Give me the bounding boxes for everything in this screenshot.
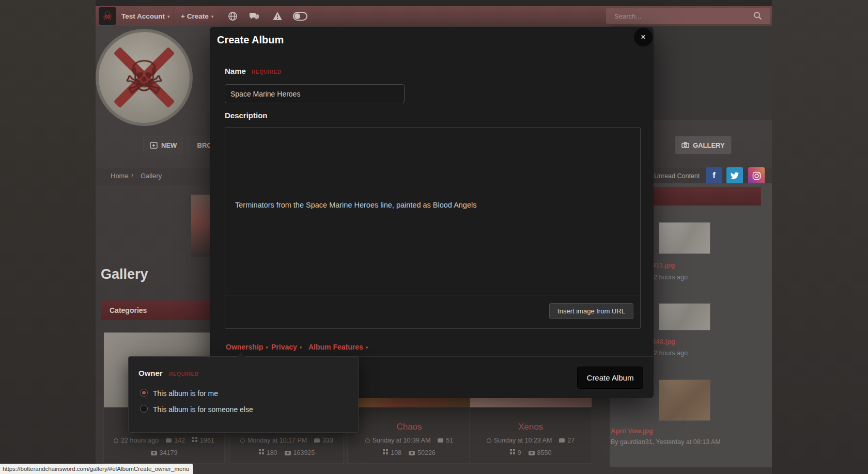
albums-icon — [383, 449, 385, 451]
right-gutter — [772, 0, 868, 474]
page: ☠ Test Account▾ + Create▾ ☠ NEW BROWSE F… — [0, 0, 868, 474]
sidebar-item-title[interactable]: April Vow.jpg — [611, 427, 653, 435]
chevron-right-icon: › — [131, 171, 133, 179]
album-name-field — [225, 84, 405, 103]
tab-privacy[interactable]: Privacy▾ — [271, 343, 302, 351]
photos-icon — [285, 451, 291, 455]
chevron-down-icon: ▾ — [211, 14, 214, 19]
radio-icon[interactable] — [140, 405, 148, 413]
forum-emblem: ☠ — [96, 29, 193, 126]
nav-divider — [174, 7, 174, 25]
comment-icon — [314, 438, 320, 443]
search-input[interactable] — [606, 8, 770, 24]
modal-title: Create Album — [217, 34, 284, 46]
insert-image-from-url-button[interactable]: Insert image from URL — [549, 303, 633, 319]
tab-new[interactable]: NEW — [143, 136, 183, 154]
photos-icon — [529, 451, 535, 455]
radio-for-me-label[interactable]: This album is for me — [153, 389, 218, 398]
skull-icon: ☠ — [124, 51, 165, 104]
radio-icon[interactable] — [140, 389, 148, 397]
warning-icon[interactable] — [272, 11, 283, 23]
clock-icon — [114, 438, 118, 443]
clock-icon — [487, 438, 491, 443]
list-icon — [193, 142, 194, 148]
plus-icon: + — [181, 12, 185, 20]
album-name-input[interactable] — [225, 84, 405, 103]
site-logo[interactable]: ☠ — [99, 7, 116, 25]
comment-icon — [166, 438, 172, 443]
sidebar-item-title[interactable]: 911.jpg — [652, 261, 675, 269]
chevron-down-icon: ▾ — [366, 345, 368, 350]
status-url: https://bolterandchainsword.com/gallery/… — [3, 466, 189, 472]
tab-gallery[interactable]: GALLERY — [675, 136, 732, 154]
account-menu[interactable]: Test Account▾ — [121, 12, 170, 20]
popup-arrow — [237, 353, 245, 357]
page-title: Gallery — [101, 266, 148, 282]
description-label: Description — [225, 111, 268, 120]
sidebar-item-meta: 22 hours ago — [650, 350, 688, 357]
name-label: Name — [225, 67, 246, 75]
top-strip — [0, 0, 868, 6]
clock-icon — [240, 438, 245, 443]
chevron-down-icon: ▾ — [300, 345, 302, 350]
facebook-icon[interactable]: f — [706, 167, 722, 184]
owner-heading: Owner — [138, 369, 163, 377]
card-title[interactable]: Chaos — [348, 422, 471, 432]
albums-icon — [192, 437, 194, 439]
sidebar-thumbnail[interactable] — [659, 303, 710, 330]
editor-footer-divider — [225, 295, 640, 295]
unread-content-link[interactable]: Unread Content — [654, 172, 700, 180]
photos-icon — [151, 451, 157, 455]
skull-icon: ☠ — [103, 10, 113, 22]
breadcrumb-gallery[interactable]: Gallery — [141, 172, 162, 180]
albums-icon — [510, 449, 512, 451]
camera-icon — [681, 142, 689, 148]
albums-icon — [259, 449, 261, 451]
card-title[interactable]: Xenos — [470, 422, 592, 432]
editor-content[interactable]: Terminators from the Space Marine Heroes… — [235, 201, 476, 209]
image-plus-icon — [150, 142, 158, 149]
sidebar-item-title[interactable]: 348.jpg — [652, 338, 675, 345]
tab-ownership[interactable]: Ownership▾ — [226, 343, 268, 351]
close-icon[interactable]: × — [634, 28, 653, 46]
comment-icon — [438, 438, 443, 443]
radio-someone-else-label[interactable]: This album is for someone else — [153, 405, 253, 414]
create-album-button[interactable]: Create Album — [577, 367, 643, 389]
sidebar-item-meta: By gaurdian31, Yesterday at 08:13 AM — [611, 438, 721, 446]
sidebar-item-meta: 22 hours ago — [650, 274, 688, 281]
search-icon[interactable] — [753, 11, 762, 22]
messages-icon[interactable] — [249, 12, 259, 23]
radio-someone-else[interactable] — [140, 405, 148, 415]
chevron-down-icon: ▾ — [266, 345, 268, 350]
owner-required-badge: REQUIRED — [169, 371, 199, 377]
description-editor — [225, 127, 641, 329]
clock-icon — [365, 438, 370, 443]
breadcrumb-home[interactable]: Home — [111, 172, 129, 180]
photos-icon — [409, 451, 415, 455]
instagram-icon[interactable] — [748, 167, 765, 184]
comment-icon — [559, 438, 565, 443]
sidebar-thumbnail[interactable] — [659, 380, 710, 421]
name-required-badge: REQUIRED — [252, 69, 282, 75]
twitter-icon[interactable] — [726, 167, 743, 184]
globe-icon[interactable] — [228, 11, 238, 23]
radio-for-me[interactable] — [140, 389, 148, 399]
sidebar-thumbnail[interactable] — [659, 222, 710, 254]
browser-status-bar: https://bolterandchainsword.com/gallery/… — [0, 464, 193, 474]
chevron-down-icon: ▾ — [167, 14, 170, 19]
left-gutter — [0, 0, 96, 474]
create-menu[interactable]: + Create▾ — [181, 12, 213, 20]
search-box — [606, 8, 770, 24]
tab-album-features[interactable]: Album Features▾ — [308, 343, 368, 351]
